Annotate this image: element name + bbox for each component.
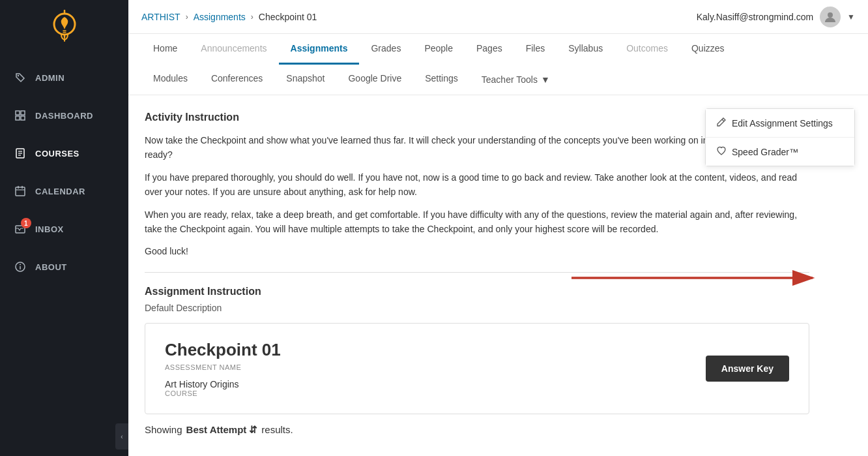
sidebar-item-dashboard[interactable]: DASHBOARD	[0, 97, 128, 134]
sidebar-item-courses-label: COURSES	[35, 149, 80, 159]
tab-pages[interactable]: Pages	[465, 34, 514, 65]
tab-grades[interactable]: Grades	[359, 34, 412, 65]
edit-assignment-settings-button[interactable]: Edit Assignment Settings	[706, 109, 854, 138]
activity-paragraph-2: If you have prepared thoroughly, you sho…	[145, 170, 809, 200]
svg-point-22	[20, 264, 21, 266]
sidebar-item-about[interactable]: ABOUT	[0, 248, 128, 286]
teacher-tools-label: Teacher Tools	[482, 74, 538, 85]
sidebar-item-calendar[interactable]: CALENDAR	[0, 172, 128, 210]
svg-rect-7	[16, 111, 20, 115]
best-attempt-label: Best Attempt	[186, 424, 247, 435]
tab-settings[interactable]: Settings	[413, 64, 470, 95]
breadcrumb-assignments[interactable]: Assignments	[194, 12, 246, 22]
user-email: Kaly.Nasiff@strongmind.com	[697, 12, 813, 22]
showing-label: Showing	[145, 424, 182, 435]
sidebar-item-courses[interactable]: COURSES	[0, 134, 128, 172]
user-avatar	[820, 7, 841, 27]
assignment-instruction-title: Assignment Instruction	[145, 286, 852, 297]
calendar-icon	[13, 184, 27, 198]
sidebar-navigation: ADMIN DASHBOARD COURSES CALENDAR INBOX	[0, 59, 128, 286]
heart-icon	[716, 145, 727, 158]
floating-panel: Edit Assignment Settings Speed Grader™	[705, 108, 855, 166]
logo-icon	[48, 10, 81, 49]
sidebar-item-about-label: ABOUT	[35, 262, 67, 272]
checkpoint-card: Checkpoint 01 ASSESSMENT NAME Art Histor…	[145, 323, 809, 414]
breadcrumb-arthist[interactable]: ARTHIST	[141, 12, 181, 22]
app-logo	[0, 0, 128, 59]
activity-paragraph-3: When you are ready, relax, take a deep b…	[145, 207, 809, 237]
speed-grader-label: Speed Grader™	[732, 147, 798, 157]
teacher-tools-dropdown[interactable]: Teacher Tools ▼	[470, 68, 562, 91]
pencil-icon	[716, 117, 727, 129]
sidebar-item-admin-label: ADMIN	[35, 73, 65, 83]
tab-conferences[interactable]: Conferences	[199, 64, 274, 95]
tab-quizzes[interactable]: Quizzes	[680, 34, 736, 65]
content-area: Edit Assignment Settings Speed Grader™ A…	[128, 95, 868, 456]
book-icon	[13, 146, 27, 160]
user-menu[interactable]: Kaly.Nasiff@strongmind.com ▼	[697, 7, 855, 27]
svg-rect-15	[16, 187, 25, 196]
svg-rect-10	[21, 116, 25, 120]
svg-rect-9	[16, 116, 20, 120]
tab-assignments[interactable]: Assignments	[279, 34, 360, 65]
checkpoint-name: Checkpoint 01	[165, 340, 281, 360]
edit-assignment-label: Edit Assignment Settings	[732, 118, 833, 129]
checkpoint-info: Checkpoint 01 ASSESSMENT NAME Art Histor…	[165, 340, 281, 397]
breadcrumb-sep-2: ›	[251, 12, 253, 22]
best-attempt-sort-icon: ⇵	[249, 424, 257, 436]
svg-point-23	[828, 12, 833, 18]
grid-icon	[13, 108, 27, 123]
answer-key-button[interactable]: Answer Key	[706, 356, 789, 382]
sidebar-item-admin[interactable]: ADMIN	[0, 59, 128, 97]
svg-line-24	[722, 119, 724, 121]
topbar: ARTHIST › Assignments › Checkpoint 01 Ka…	[128, 0, 868, 34]
assessment-label: ASSESSMENT NAME	[165, 363, 281, 371]
sidebar-item-inbox-label: INBOX	[35, 224, 64, 234]
course-label: COURSE	[165, 389, 281, 397]
svg-point-6	[18, 75, 19, 76]
inbox-badge: 1	[21, 218, 31, 228]
sidebar: ADMIN DASHBOARD COURSES CALENDAR INBOX	[0, 0, 128, 456]
sidebar-collapse-button[interactable]: ‹	[115, 423, 128, 449]
speed-grader-button[interactable]: Speed Grader™	[706, 138, 854, 166]
tabs-row-2: Modules Conferences Snapshot Google Driv…	[141, 64, 855, 95]
sidebar-item-calendar-label: CALENDAR	[35, 187, 85, 196]
info-icon	[13, 260, 27, 274]
tab-announcements[interactable]: Announcements	[189, 34, 278, 65]
breadcrumb: ARTHIST › Assignments › Checkpoint 01	[141, 12, 317, 22]
content-divider	[145, 272, 809, 273]
tab-people[interactable]: People	[412, 34, 465, 65]
svg-rect-8	[21, 111, 25, 115]
tab-snapshot[interactable]: Snapshot	[274, 64, 336, 95]
course-name: Art History Origins	[165, 379, 281, 389]
main-content: ARTHIST › Assignments › Checkpoint 01 Ka…	[128, 0, 868, 456]
tab-google-drive[interactable]: Google Drive	[336, 64, 413, 95]
tab-modules[interactable]: Modules	[141, 64, 199, 95]
tab-home[interactable]: Home	[141, 34, 189, 65]
sidebar-item-inbox[interactable]: INBOX 1	[0, 210, 128, 248]
showing-results-row: Showing Best Attempt ⇵ results.	[145, 424, 852, 436]
tab-syllabus[interactable]: Syllabus	[557, 34, 615, 65]
nav-tabs: Home Announcements Assignments Grades Pe…	[128, 34, 868, 95]
results-label: results.	[261, 424, 293, 435]
default-description: Default Description	[145, 303, 852, 313]
sidebar-item-dashboard-label: DASHBOARD	[35, 111, 93, 121]
tabs-row-1: Home Announcements Assignments Grades Pe…	[141, 34, 855, 65]
breadcrumb-sep-1: ›	[186, 12, 188, 22]
activity-paragraph-4: Good luck!	[145, 244, 809, 258]
breadcrumb-current: Checkpoint 01	[259, 12, 317, 22]
user-menu-chevron: ▼	[847, 12, 855, 22]
best-attempt-select[interactable]: Best Attempt ⇵	[186, 424, 258, 436]
tag-icon	[13, 70, 27, 85]
teacher-tools-chevron-icon: ▼	[541, 74, 550, 85]
tab-files[interactable]: Files	[514, 34, 557, 65]
tab-outcomes[interactable]: Outcomes	[615, 34, 680, 65]
